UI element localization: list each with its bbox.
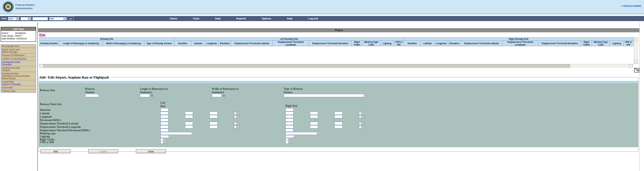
right-end-displacement-threshold-longitude-input-2[interactable] bbox=[310, 125, 318, 129]
excel-export-icon[interactable]: X bbox=[634, 68, 639, 72]
left-end-longitude-direction-select[interactable] bbox=[234, 115, 239, 118]
clear-button[interactable]: Clear bbox=[136, 149, 166, 153]
left-end-longitude-input-2[interactable] bbox=[185, 115, 193, 118]
oe-aaa-demo-link[interactable]: » OE/AAA DEMO bbox=[621, 4, 641, 7]
left-end-longitude-input-1[interactable] bbox=[160, 115, 169, 118]
chevron-up-icon[interactable]: ▴ bbox=[634, 38, 638, 41]
right-end-elevation-amsl-input[interactable] bbox=[285, 118, 294, 122]
runway-width-input[interactable] bbox=[212, 94, 222, 97]
sidebar-item-operational-data[interactable]: Operational Data:Estimated or Actual Num… bbox=[1, 72, 36, 80]
right-end-latitude-direction-select[interactable] bbox=[359, 112, 364, 115]
right-end-longitude-input-2[interactable] bbox=[310, 115, 318, 118]
sidebar-item-purpose-of-notification[interactable]: Purpose Of Notification bbox=[1, 54, 36, 57]
runway-length-input[interactable] bbox=[140, 94, 150, 97]
find-label: Find: bbox=[1, 17, 7, 20]
right-end-marking-type-select[interactable] bbox=[285, 132, 320, 135]
right-end-displacement-threshold-longitude-direction-select[interactable] bbox=[359, 125, 364, 129]
sidebar-item-preview-case[interactable]: Preview Case bbox=[1, 89, 36, 92]
find-year-select[interactable]: 2019 bbox=[8, 17, 19, 20]
right-end-displacement-threshold-elevation-amsl-input[interactable] bbox=[285, 129, 294, 132]
right-end-vfr-or-ifr-select[interactable] bbox=[285, 141, 292, 144]
case-meta-value: 04/25/2019 bbox=[16, 37, 27, 40]
find-number-input[interactable] bbox=[32, 17, 48, 20]
table-group-right-runway-end: Right Runway End bbox=[404, 38, 633, 41]
right-end-longitude-input-3[interactable] bbox=[334, 115, 343, 118]
sidebar-menu: Pre-populate formAirport Owner andAirpor… bbox=[1, 44, 36, 93]
left-end-displacement-threshold-longitude-input-3[interactable] bbox=[209, 125, 218, 129]
agency-name-line1: Federal Aviation bbox=[15, 3, 35, 7]
left-end-elevation-amsl-input[interactable] bbox=[160, 118, 169, 122]
left-end-displacement-threshold-elevation-amsl-input[interactable] bbox=[160, 129, 169, 132]
update-button[interactable]: Update bbox=[88, 149, 118, 153]
table-vertical-scrollbar[interactable]: ▴ ▾ bbox=[634, 37, 638, 64]
left-end-displacement-threshold-longitude-input-1[interactable] bbox=[160, 125, 169, 129]
runway-ends-info-label: Runway Ends Info bbox=[40, 103, 62, 106]
left-end-displacement-threshold-latitude-input-3[interactable] bbox=[209, 122, 218, 125]
table-column-displacement-threshold-elevation: Displacement Threshold Elevation bbox=[538, 41, 581, 46]
left-end-identifier-input[interactable] bbox=[160, 108, 169, 112]
chevron-right-icon[interactable]: › bbox=[629, 64, 633, 68]
sidebar-item-location-of-landing-area[interactable]: Location of Landing Area bbox=[1, 57, 36, 61]
right-end-displacement-threshold-longitude-input-1[interactable] bbox=[285, 125, 294, 129]
left-end-marking-type-select[interactable] bbox=[160, 132, 195, 135]
left-end-latitude-input-1[interactable] bbox=[160, 112, 169, 115]
sidebar-item-airport-owner-and[interactable]: Airport Owner andAirport Manager bbox=[1, 48, 36, 54]
left-end-displacement-threshold-latitude-input-1[interactable] bbox=[160, 122, 169, 125]
table-group-left-runway-end: Left Runway End bbox=[174, 38, 404, 41]
menu-item-data[interactable]: Data bbox=[215, 17, 221, 20]
find-category-select[interactable]: NRA bbox=[49, 17, 67, 20]
menu-item-cases[interactable]: Cases bbox=[170, 17, 177, 20]
table-column-elevation: Elevation bbox=[219, 41, 231, 46]
chevron-down-icon[interactable]: ▾ bbox=[634, 60, 638, 64]
left-end-latitude-input-3[interactable] bbox=[209, 112, 218, 115]
right-end-identifier-input[interactable] bbox=[285, 108, 294, 112]
left-end-vfr-or-ifr-select[interactable] bbox=[160, 141, 167, 144]
left-end-longitude-input-3[interactable] bbox=[209, 115, 218, 118]
table-column-vfr-or-ifr: VFR or IFR bbox=[394, 41, 404, 46]
sidebar-item-pre-populate-form[interactable]: Pre-populate form bbox=[1, 45, 36, 48]
right-end-displacement-threshold-longitude-input-3[interactable] bbox=[334, 125, 343, 129]
right-end-longitude-direction-select[interactable] bbox=[359, 115, 364, 118]
right-end-displacement-threshold-latitude-input-3[interactable] bbox=[334, 122, 343, 125]
left-end-latitude-direction-select[interactable] bbox=[234, 112, 239, 115]
sidebar-item-landing-area-data[interactable]: Landing Area Data:Heliport bbox=[1, 66, 36, 72]
right-end-lighting-select[interactable] bbox=[285, 135, 297, 138]
left-end-lighting-select[interactable] bbox=[160, 135, 172, 138]
runway-surface-select[interactable] bbox=[284, 94, 367, 97]
left-end-latitude-input-2[interactable] bbox=[185, 112, 193, 115]
right-end-displacement-threshold-latitude-input-2[interactable] bbox=[310, 122, 318, 125]
right-end-displacement-threshold-latitude-direction-select[interactable] bbox=[359, 122, 364, 125]
horizontal-scrollbar-thumb[interactable] bbox=[43, 64, 570, 68]
sidebar-item-line: Documents bbox=[2, 86, 35, 89]
table-column-identifier: Identifier bbox=[174, 41, 191, 46]
left-end-displacement-threshold-latitude-input-2[interactable] bbox=[185, 122, 193, 125]
go-button[interactable]: GO bbox=[68, 17, 74, 20]
sidebar-item-documents[interactable]: Documents bbox=[1, 86, 36, 89]
add-button[interactable]: Add bbox=[41, 149, 70, 153]
sidebar-item-line: Location of Landing Area bbox=[2, 57, 35, 60]
table-column-latitude: Latitude bbox=[421, 41, 435, 46]
menu-item-help[interactable]: Help bbox=[287, 17, 293, 20]
menu-item-options[interactable]: Options bbox=[262, 17, 271, 20]
sidebar-item-create-view[interactable]: Create/View:Airport & Runways bbox=[1, 80, 36, 86]
left-end-displacement-threshold-longitude-input-2[interactable] bbox=[185, 125, 193, 129]
runway-number-label: Runway Number bbox=[85, 87, 104, 94]
sidebar-item-line: Pre-populate form bbox=[2, 45, 35, 47]
table-column-identifier: Identifier bbox=[404, 41, 421, 46]
right-end-latitude-input-1[interactable] bbox=[285, 112, 294, 115]
right-end-latitude-input-3[interactable] bbox=[334, 112, 343, 115]
menu-item-tools[interactable]: Tools bbox=[193, 17, 199, 20]
right-end-latitude-input-2[interactable] bbox=[310, 112, 318, 115]
right-end-displacement-threshold-latitude-input-1[interactable] bbox=[285, 122, 294, 125]
table-column-vfr-or-ifr: VFR or IFR bbox=[624, 41, 633, 46]
runway-number-input[interactable] bbox=[85, 94, 99, 97]
left-end-displacement-threshold-longitude-direction-select[interactable] bbox=[234, 125, 239, 129]
find-type-select[interactable] bbox=[20, 17, 31, 20]
menu-item-reports[interactable]: Reports bbox=[236, 17, 246, 20]
table-horizontal-scrollbar[interactable]: ‹ › bbox=[39, 64, 633, 67]
left-end-displacement-threshold-latitude-direction-select[interactable] bbox=[234, 122, 239, 125]
sidebar-item-landing-area-data[interactable]: Landing Area Data:Runways bbox=[1, 61, 36, 66]
menu-item-log-out[interactable]: Log Out bbox=[308, 17, 318, 20]
help-link[interactable]: Help bbox=[39, 33, 46, 36]
right-end-longitude-input-1[interactable] bbox=[285, 115, 294, 118]
